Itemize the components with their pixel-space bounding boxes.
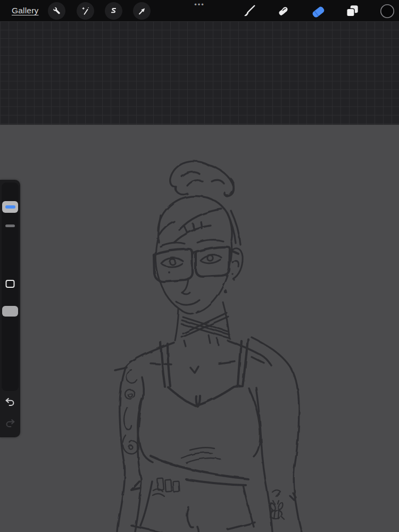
transform-button[interactable] — [133, 2, 151, 20]
opacity-slider-handle[interactable] — [2, 306, 18, 317]
actions-button[interactable] — [48, 2, 65, 20]
adjustments-button[interactable] — [77, 2, 94, 20]
multitask-indicator[interactable]: ••• — [192, 1, 207, 9]
arrow-cursor-icon — [137, 6, 147, 16]
magic-wand-icon — [80, 6, 90, 16]
brush-size-accent-bar — [5, 205, 15, 209]
eraser-tool-button[interactable] — [310, 3, 327, 20]
eraser-icon — [310, 3, 326, 19]
brush-sidebar — [0, 180, 20, 437]
undo-button[interactable] — [3, 396, 17, 410]
top-toolbar: Gallery ••• — [0, 0, 399, 21]
paint-tool-button[interactable] — [240, 3, 257, 20]
modify-button[interactable] — [6, 280, 15, 288]
wrench-icon — [52, 6, 62, 16]
workspace-grid-background — [0, 21, 399, 125]
selection-button[interactable] — [105, 2, 122, 20]
color-swatch-button[interactable] — [379, 3, 396, 20]
redo-button[interactable] — [3, 418, 17, 431]
redo-arrow-icon — [4, 418, 16, 431]
drawing-canvas[interactable] — [0, 125, 399, 532]
brush-icon — [242, 4, 256, 19]
layers-icon — [345, 4, 360, 19]
color-swatch-icon — [379, 3, 395, 19]
slider-midpoint-tick — [5, 225, 15, 227]
smudge-finger-icon — [276, 4, 291, 19]
undo-arrow-icon — [4, 396, 16, 410]
smudge-tool-button[interactable] — [275, 3, 292, 20]
s-curve-icon — [109, 6, 119, 16]
layers-button[interactable] — [344, 3, 361, 20]
brush-size-slider-handle[interactable] — [2, 201, 18, 213]
gallery-button[interactable]: Gallery — [12, 6, 39, 15]
